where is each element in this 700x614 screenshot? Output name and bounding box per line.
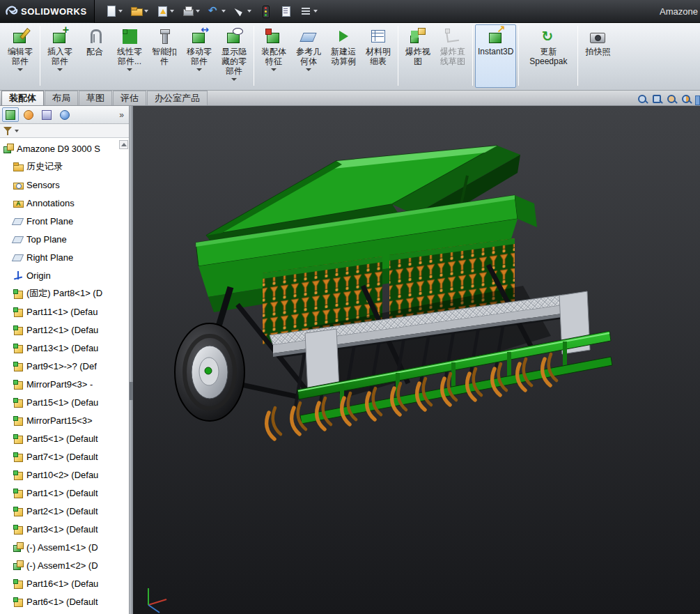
feature-tree: Amazone D9 3000 S历史记录SensorsAnnotationsF… — [0, 138, 129, 614]
part-icon — [13, 342, 24, 353]
tab-layout[interactable]: 布局 — [45, 91, 78, 105]
tree-item[interactable]: Part9<1>->? (Def — [0, 357, 129, 375]
dropdown-arrow-icon[interactable] — [118, 10, 123, 13]
panel-overflow-chevron[interactable]: » — [116, 110, 127, 120]
ribbon-button-instant3d[interactable]: Instant3D — [475, 24, 516, 88]
dropdown-arrow-icon[interactable] — [313, 10, 318, 13]
tab-evaluate[interactable]: 评估 — [113, 91, 146, 105]
tree-item[interactable]: Part1<1> (Default — [0, 484, 129, 502]
zoom-fit-icon[interactable] — [636, 93, 648, 105]
titlebar-tool-open[interactable] — [127, 3, 151, 20]
ribbon-button-edit-component[interactable]: 编辑零部件 — [3, 24, 38, 88]
tree-item[interactable]: 历史记录 — [0, 158, 129, 176]
file-properties-icon — [279, 5, 292, 17]
ribbon-button-label: 更新Speedpak — [524, 47, 573, 66]
ribbon-button-take-snapshot[interactable]: 拍快照 — [580, 24, 615, 88]
ribbon-button-new-motion-study[interactable]: 新建运动算例 — [326, 24, 361, 88]
tree-item[interactable]: Annotations — [0, 194, 129, 212]
ribbon-button-label: 爆炸视图 — [403, 47, 433, 66]
ribbon-button-update-speedpak[interactable]: 更新Speedpak — [521, 24, 575, 88]
section-view-icon[interactable] — [680, 93, 692, 105]
titlebar-tool-rebuild[interactable] — [256, 3, 274, 20]
tree-item[interactable]: Part12<1> (Defau — [0, 321, 129, 339]
titlebar-tool-undo[interactable] — [205, 3, 228, 20]
tab-assembly[interactable]: 装配体 — [1, 91, 44, 105]
tree-item[interactable]: MirrorPart15<3> — [0, 411, 129, 429]
previous-view-icon[interactable] — [665, 93, 678, 105]
titlebar-tool-new-document[interactable] — [102, 3, 125, 20]
ribbon-button-linear-pattern[interactable]: 线性零部件... — [112, 24, 147, 88]
ribbon-button-insert-component[interactable]: 插入零部件 — [42, 24, 77, 88]
seed-drill-3d-model[interactable] — [133, 106, 700, 614]
ribbon-button-reference-geometry[interactable]: 参考几何体 — [291, 24, 326, 88]
tree-tab-propertymanager[interactable] — [20, 107, 37, 122]
dropdown-arrow-icon[interactable] — [231, 78, 237, 81]
tree-item[interactable]: Sensors — [0, 176, 129, 194]
ribbon-button-show-hidden[interactable]: 显示隐藏的零部件 — [217, 24, 251, 88]
tree-item[interactable]: Front Plane — [0, 212, 129, 230]
dropdown-arrow-icon[interactable] — [170, 10, 174, 13]
tree-item-label: Part13<1> (Defau — [26, 343, 98, 353]
clipped-view-icon[interactable] — [695, 95, 700, 105]
ribbon-button-exploded-view[interactable]: 爆炸视图 — [400, 24, 435, 88]
graphics-viewport[interactable] — [133, 106, 700, 614]
tree-item[interactable]: Part11<1> (Defau — [0, 302, 129, 321]
tree-item[interactable]: Origin — [0, 266, 129, 284]
filter-funnel-icon[interactable] — [3, 126, 13, 136]
dropdown-arrow-icon[interactable] — [306, 68, 311, 71]
tree-tab-featuremanager[interactable] — [2, 107, 19, 122]
dropdown-arrow-icon[interactable] — [127, 68, 132, 71]
tree-item[interactable]: Part16<1> (Defau — [0, 574, 129, 592]
ribbon-button-label: 智能扣件 — [150, 47, 179, 66]
tree-item[interactable]: Part2<1> (Default — [0, 502, 129, 520]
part-icon — [13, 523, 24, 535]
ribbon-button-smart-fasteners[interactable]: 智能扣件 — [147, 24, 182, 88]
tree-item[interactable]: Part15<1> (Defau — [0, 393, 129, 411]
tree-item-label: Part16<1> (Defau — [26, 578, 98, 589]
tree-item[interactable]: Right Plane — [0, 248, 129, 266]
dropdown-arrow-icon[interactable] — [57, 68, 63, 71]
dropdown-arrow-icon[interactable] — [196, 68, 202, 71]
ribbon-separator — [472, 26, 473, 86]
tree-item[interactable]: Amazone D9 3000 S — [0, 139, 129, 158]
dropdown-arrow-icon[interactable] — [196, 10, 200, 13]
tree-item[interactable]: (-) Assem1<1> (D — [0, 538, 129, 556]
dropdown-arrow-icon[interactable] — [271, 68, 277, 71]
dropdown-arrow-icon[interactable] — [221, 10, 226, 13]
tree-item[interactable]: Part10<2> (Defau — [0, 466, 129, 484]
tree-tab-displaymanager[interactable] — [56, 107, 73, 122]
quick-access-toolbar — [102, 3, 322, 20]
tree-item[interactable]: Part13<1> (Defau — [0, 339, 129, 357]
tab-sketch[interactable]: 草图 — [79, 91, 112, 105]
tree-item[interactable]: Part7<1> (Default — [0, 447, 129, 466]
tree-item[interactable]: Part6<1> (Default — [0, 592, 129, 611]
ribbon-separator — [254, 26, 254, 86]
assembly-icon — [13, 560, 24, 571]
tree-item[interactable]: (-) Assem1<2> (D — [0, 556, 129, 574]
tree-item[interactable]: (固定) Part8<1> (D — [0, 284, 129, 302]
ribbon-button-mate[interactable]: 配合 — [77, 24, 112, 88]
dropdown-arrow-icon[interactable] — [144, 10, 148, 13]
titlebar-tool-select[interactable] — [231, 3, 254, 20]
zoom-area-icon[interactable] — [651, 93, 663, 105]
ribbon-button-move-component[interactable]: 移动零部件 — [182, 24, 217, 88]
tree-tab-configurationmanager[interactable] — [38, 107, 55, 122]
tab-office-products[interactable]: 办公室产品 — [147, 91, 208, 105]
tree-item[interactable]: Part3<1> (Default — [0, 520, 129, 538]
titlebar-tool-options[interactable] — [297, 3, 320, 20]
dropdown-arrow-icon[interactable] — [247, 10, 251, 13]
ribbon-button-bill-of-materials[interactable]: 材料明细表 — [361, 24, 396, 88]
dropdown-arrow-icon[interactable] — [17, 68, 23, 71]
filter-dropdown-icon[interactable] — [15, 130, 19, 132]
window-title: Amazone — [660, 6, 700, 17]
titlebar-tool-print[interactable] — [179, 3, 203, 20]
main-area: » Amazone D9 3000 S历史记录SensorsAnnotation… — [0, 106, 700, 614]
tree-item[interactable]: MirrorPart9<3> - — [0, 375, 129, 393]
tree-item[interactable]: Part5<1> (Default — [0, 429, 129, 447]
ribbon-button-assembly-features[interactable]: 装配体特征 — [256, 24, 291, 88]
tree-scroll-up-button[interactable] — [119, 140, 128, 149]
titlebar-tool-save[interactable] — [153, 3, 177, 20]
titlebar-tool-file-properties[interactable] — [277, 3, 295, 20]
tree-item[interactable]: Top Plane — [0, 230, 129, 248]
bill-of-materials-icon — [369, 27, 387, 45]
